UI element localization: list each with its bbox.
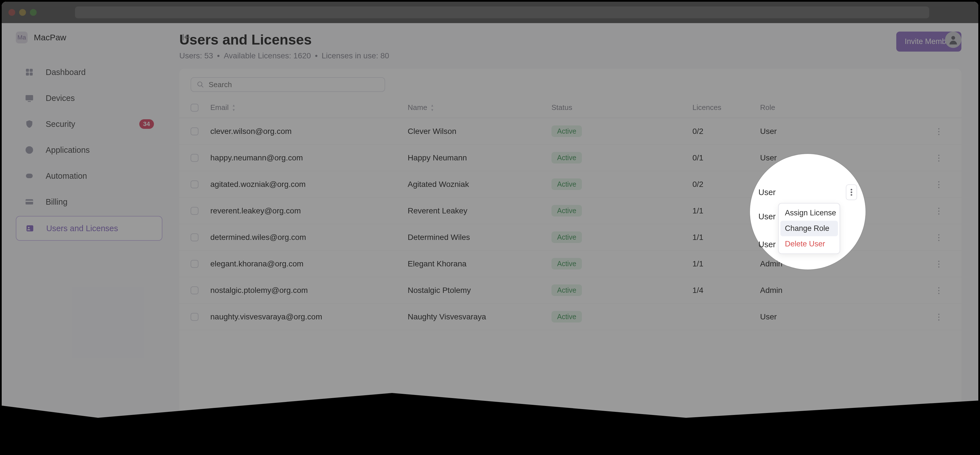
cell-email: happy.neumann@org.com [210, 153, 408, 162]
svg-rect-3 [26, 69, 29, 72]
row-actions-button[interactable]: ⋮ [933, 232, 945, 243]
cell-email: reverent.leakey@org.com [210, 206, 408, 215]
column-licences: Licences [692, 103, 760, 112]
svg-rect-4 [30, 69, 33, 72]
stat-available: Available Licenses: 1620 [224, 51, 311, 60]
minimize-window-icon[interactable] [19, 9, 26, 16]
security-badge: 34 [139, 119, 154, 129]
sidebar-item-users-licenses[interactable]: Users and Licenses [16, 216, 162, 241]
spotlight-circle: User User User Assign License Change Rol… [750, 154, 865, 269]
table-row: naughty.visvesvaraya@org.comNaughty Visv… [179, 304, 961, 330]
svg-point-14 [28, 227, 29, 228]
select-all-checkbox[interactable] [191, 104, 199, 111]
row-actions-button[interactable]: ⋮ [933, 205, 945, 216]
page-stats: Users: 53 • Available Licenses: 1620 • L… [179, 51, 389, 60]
sidebar-item-label: Automation [46, 172, 87, 181]
svg-rect-8 [28, 101, 31, 102]
org-selector[interactable]: Ma MacPaw [16, 32, 162, 43]
collapse-sidebar-button[interactable] [181, 32, 192, 43]
cell-email: clever.wilson@org.com [210, 127, 408, 136]
cell-email: agitated.wozniak@org.com [210, 180, 408, 189]
cell-role: User [760, 312, 933, 321]
row-checkbox[interactable] [191, 154, 199, 162]
role-cell: User [759, 188, 776, 197]
sidebar-item-label: Dashboard [46, 68, 86, 77]
sidebar: Ma MacPaw Dashboard Devices Security 34 … [2, 23, 177, 455]
menu-assign-license[interactable]: Assign License [780, 205, 838, 221]
cell-email: determined.wiles@org.com [210, 233, 408, 242]
role-cell: User [759, 240, 776, 249]
org-avatar: Ma [16, 32, 28, 43]
status-badge: Active [552, 231, 582, 243]
cell-name: Elegant Khorana [408, 259, 552, 268]
sort-icon [232, 103, 235, 112]
row-actions-button[interactable]: ⋮ [933, 126, 945, 137]
sidebar-item-label: Devices [46, 94, 75, 103]
address-bar[interactable] [75, 6, 929, 18]
cell-email: elegant.khorana@org.com [210, 259, 408, 268]
cell-name: Determined Wiles [408, 233, 552, 242]
row-checkbox[interactable] [191, 313, 199, 321]
row-actions-button[interactable] [846, 185, 857, 200]
billing-icon [24, 197, 34, 207]
stat-users: Users: 53 [179, 51, 213, 60]
svg-rect-6 [30, 72, 33, 76]
row-checkbox[interactable] [191, 260, 199, 268]
svg-point-17 [851, 189, 852, 191]
svg-point-9 [25, 146, 33, 154]
close-window-icon[interactable] [8, 9, 15, 16]
sidebar-item-automation[interactable]: Automation [16, 164, 162, 188]
svg-point-18 [851, 191, 852, 193]
sidebar-item-dashboard[interactable]: Dashboard [16, 60, 162, 84]
status-badge: Active [552, 311, 582, 323]
svg-point-19 [851, 194, 852, 196]
svg-point-15 [197, 82, 202, 86]
status-badge: Active [552, 152, 582, 164]
stat-inuse: Licenses in use: 80 [322, 51, 389, 60]
svg-rect-7 [25, 95, 33, 100]
column-email[interactable]: Email [210, 103, 408, 112]
sidebar-item-billing[interactable]: Billing [16, 190, 162, 214]
cell-name: Reverent Leakey [408, 206, 552, 215]
column-status: Status [552, 103, 692, 112]
cell-email: nostalgic.ptolemy@org.com [210, 286, 408, 295]
titlebar [2, 2, 978, 23]
org-name: MacPaw [34, 33, 66, 42]
search-input[interactable] [208, 80, 379, 89]
sidebar-item-devices[interactable]: Devices [16, 86, 162, 110]
status-badge: Active [552, 258, 582, 269]
row-checkbox[interactable] [191, 180, 199, 188]
search-box[interactable] [191, 77, 385, 92]
svg-rect-12 [25, 201, 33, 202]
maximize-window-icon[interactable] [30, 9, 37, 16]
menu-change-role[interactable]: Change Role [780, 221, 838, 236]
column-name[interactable]: Name [408, 103, 552, 112]
cell-email: naughty.visvesvaraya@org.com [210, 312, 408, 321]
row-actions-button[interactable]: ⋮ [933, 152, 945, 164]
page-header: Users and Licenses Users: 53 • Available… [179, 32, 961, 60]
row-actions-button[interactable]: ⋮ [933, 258, 945, 269]
row-actions-button[interactable]: ⋮ [933, 285, 945, 296]
applications-icon [24, 145, 34, 155]
sidebar-item-security[interactable]: Security 34 [16, 112, 162, 136]
svg-rect-5 [26, 72, 29, 76]
row-checkbox[interactable] [191, 207, 199, 215]
row-actions-button[interactable]: ⋮ [933, 311, 945, 323]
row-checkbox[interactable] [191, 286, 199, 294]
status-badge: Active [552, 285, 582, 296]
profile-avatar[interactable] [945, 32, 961, 48]
status-badge: Active [552, 205, 582, 216]
cell-licences: 0/2 [692, 127, 760, 136]
cell-name: Clever Wilson [408, 127, 552, 136]
row-actions-menu: Assign License Change Role Delete User [778, 203, 840, 254]
sidebar-item-applications[interactable]: Applications [16, 138, 162, 162]
status-badge: Active [552, 178, 582, 190]
svg-rect-10 [26, 173, 33, 178]
sidebar-item-label: Billing [46, 197, 67, 207]
menu-delete-user[interactable]: Delete User [780, 236, 838, 252]
row-checkbox[interactable] [191, 234, 199, 241]
column-role: Role [760, 103, 933, 112]
cell-role: Admin [760, 286, 933, 295]
row-checkbox[interactable] [191, 127, 199, 135]
row-actions-button[interactable]: ⋮ [933, 179, 945, 190]
